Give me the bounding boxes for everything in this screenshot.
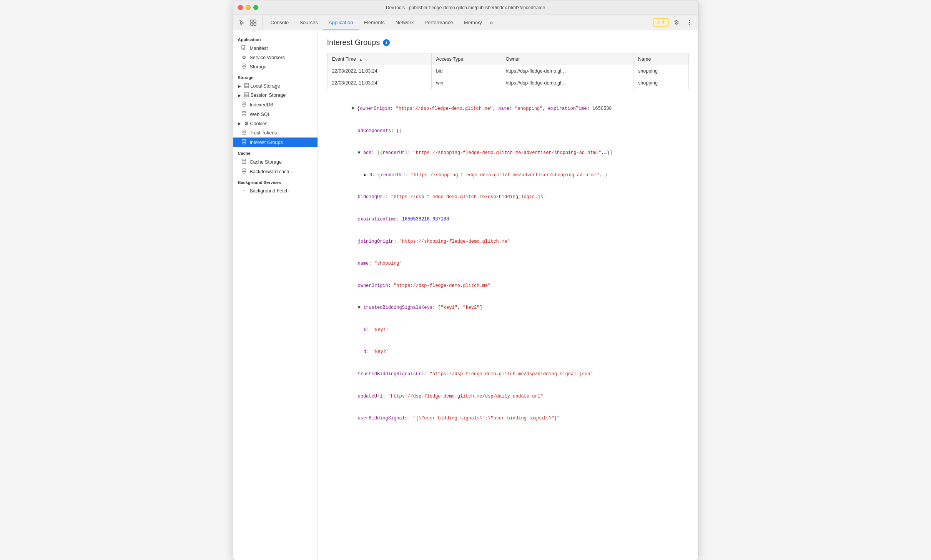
detail-line-11: 0: "key1" (324, 319, 692, 341)
maximize-button[interactable] (253, 5, 258, 10)
more-tabs-button[interactable]: » (487, 15, 495, 30)
warning-icon: ⚠ (657, 20, 661, 25)
sidebar: Application Manifest ⚙ Service Workers (233, 30, 318, 560)
detail-line-5: biddingUrl: "https://dsp-fledge-demo.gli… (324, 186, 692, 209)
th-name[interactable]: Name (633, 53, 688, 65)
tab-application[interactable]: Application (323, 15, 359, 30)
main-layout: Application Manifest ⚙ Service Workers (233, 30, 698, 560)
cell-name-2: shopping (633, 77, 688, 89)
warning-count: 1 (663, 20, 665, 25)
detail-line-7: joiningOrigin: "https://shopping-fledge-… (324, 230, 692, 253)
expand-arrow-cookies: ▶ (238, 121, 243, 126)
detail-line-14: updateUrl: "https://dsp-fledge-demo.glit… (324, 385, 692, 408)
sidebar-section-storage: Storage (233, 71, 318, 81)
detail-line-2: adComponents: [] (324, 120, 692, 142)
sort-arrow-icon: ▲ (359, 57, 363, 61)
table-row[interactable]: 22/03/2022, 11:03:24 bid https://dsp-fle… (327, 65, 688, 77)
sidebar-item-manifest[interactable]: Manifest (233, 43, 318, 53)
sidebar-item-interest-groups[interactable]: Interest Groups (233, 138, 318, 147)
sidebar-item-session-storage[interactable]: ▶ Session Storage (233, 91, 318, 100)
ig-title: Interest Groups (327, 38, 380, 47)
cell-event-time-1: 22/03/2022, 11:03:24 (327, 65, 431, 77)
ig-table: Event Time ▲ Access Type Owner Name (327, 53, 689, 89)
sidebar-item-service-workers[interactable]: ⚙ Service Workers (233, 53, 318, 62)
tab-sources[interactable]: Sources (294, 15, 323, 30)
detail-line-1: ▼ {ownerOrigin: "https://dsp-fledge-demo… (324, 98, 692, 120)
tab-console[interactable]: Console (265, 15, 294, 30)
svg-point-21 (242, 159, 246, 161)
th-owner[interactable]: Owner (501, 53, 633, 65)
more-options-button[interactable]: ⋮ (684, 17, 695, 28)
svg-rect-1 (254, 20, 256, 22)
detail-line-13: trustedBiddingSignalsUrl: "https://dsp-f… (324, 363, 692, 386)
traffic-lights (238, 5, 258, 10)
svg-rect-9 (244, 83, 249, 88)
cookie-icon: ⚙ (244, 121, 249, 126)
sidebar-item-background-fetch[interactable]: ↑ Background Fetch (233, 186, 318, 195)
cell-owner-2: https://dsp-fledge-demo.gl… (501, 77, 633, 89)
sidebar-item-indexeddb[interactable]: IndexedDB (233, 100, 318, 109)
cursor-icon-button[interactable] (236, 17, 247, 28)
tab-memory[interactable]: Memory (459, 15, 487, 30)
close-button[interactable] (238, 5, 243, 10)
cell-event-time-2: 22/03/2022, 11:03:24 (327, 77, 431, 89)
detail-line-12: 1: "key2" (324, 341, 692, 363)
info-icon[interactable]: i (383, 39, 390, 46)
svg-point-20 (242, 139, 246, 141)
expand-arrow-session-storage: ▶ (238, 93, 243, 98)
cell-owner-1: https://dsp-fledge-demo.gl… (501, 65, 633, 77)
content-area: Interest Groups i Event Time ▲ Access Ty… (318, 30, 698, 560)
cell-access-type-1: bid (431, 65, 501, 77)
svg-point-19 (242, 130, 246, 131)
detail-line-8: name: "shopping" (324, 253, 692, 275)
th-event-time[interactable]: Event Time ▲ (327, 53, 431, 65)
title-bar: DevTools - publisher-fledge-demo.glitch.… (233, 0, 698, 15)
inspect-icon-button[interactable] (248, 17, 259, 28)
detail-line-4: ▶ 0: {renderUrl: "https://shopping-fledg… (324, 164, 692, 187)
warning-badge[interactable]: ⚠ 1 (653, 18, 669, 27)
gear-icon: ⚙ (241, 55, 247, 60)
detail-line-6: expirationTime: 1650538216.837188 (324, 209, 692, 231)
table-row[interactable]: 22/03/2022, 11:03:24 win https://dsp-fle… (327, 77, 688, 89)
tab-performance[interactable]: Performance (419, 15, 458, 30)
svg-point-8 (242, 64, 246, 65)
svg-point-18 (242, 111, 246, 113)
sidebar-item-local-storage[interactable]: ▶ Local Storage (233, 81, 318, 91)
sidebar-section-application: Application (233, 33, 318, 43)
db-icon-trust (241, 129, 247, 136)
sidebar-item-web-sql[interactable]: Web SQL (233, 109, 318, 119)
tab-network[interactable]: Network (390, 15, 419, 30)
svg-rect-4 (242, 45, 245, 50)
settings-button[interactable]: ⚙ (671, 17, 682, 28)
expand-arrow-local-storage: ▶ (238, 84, 243, 88)
sidebar-section-cache: Cache (233, 147, 318, 157)
cell-name-1: shopping (633, 65, 688, 77)
interest-groups-section: Interest Groups i Event Time ▲ Access Ty… (318, 30, 698, 94)
svg-point-22 (242, 169, 246, 170)
table-icon-2 (244, 92, 249, 98)
sidebar-item-back-forward-cache[interactable]: Back/forward cach… (233, 167, 318, 176)
sidebar-section-bg-services: Background Services (233, 176, 318, 186)
db-icon-cache (241, 159, 247, 165)
tab-elements[interactable]: Elements (359, 15, 390, 30)
window-title: DevTools - publisher-fledge-demo.glitch.… (386, 5, 545, 10)
svg-rect-13 (244, 93, 249, 97)
detail-line-3: ▼ ads: [{renderUrl: "https://shopping-fl… (324, 142, 692, 164)
svg-rect-3 (254, 23, 256, 25)
detail-line-10: ▼ trustedBiddingSignalsKeys: ["key1", "k… (324, 297, 692, 319)
db-icon-websql (241, 111, 247, 118)
cell-access-type-2: win (431, 77, 501, 89)
sidebar-item-storage-app[interactable]: Storage (233, 62, 318, 71)
devtools-window: DevTools - publisher-fledge-demo.glitch.… (233, 0, 698, 560)
detail-line-15: userBiddingSignals: "{\"user_bidding_sig… (324, 408, 692, 430)
detail-panel[interactable]: ▼ {ownerOrigin: "https://dsp-fledge-demo… (318, 94, 698, 560)
th-access-type[interactable]: Access Type (431, 53, 501, 65)
db-icon-indexed (241, 101, 247, 108)
sidebar-item-cache-storage[interactable]: Cache Storage (233, 157, 318, 167)
sidebar-item-cookies[interactable]: ▶ ⚙ Cookies (233, 119, 318, 128)
sidebar-item-trust-tokens[interactable]: Trust Tokens (233, 128, 318, 138)
db-icon-bfcache (241, 168, 247, 175)
minimize-button[interactable] (246, 5, 251, 10)
detail-line-9: ownerOrigin: "https://dsp-fledge-demo.gl… (324, 275, 692, 297)
ig-title-row: Interest Groups i (327, 38, 689, 47)
